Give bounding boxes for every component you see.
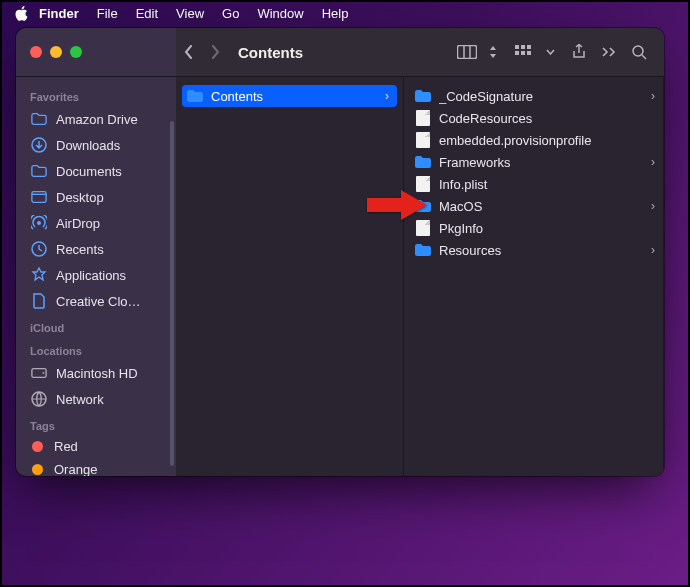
menu-help[interactable]: Help [313, 6, 358, 21]
list-item[interactable]: Info.plist [404, 173, 663, 195]
sidebar-item-creative-cloud[interactable]: Creative Clo… [16, 288, 176, 314]
sidebar-header-locations: Locations [16, 337, 176, 360]
column-2: _CodeSignature› CodeResources embedded.p… [404, 77, 664, 476]
chevron-right-icon: › [651, 155, 655, 169]
sidebar-item-label: Recents [56, 242, 104, 257]
file-icon [414, 219, 432, 237]
sidebar: Favorites Amazon Drive Downloads Documen… [16, 77, 176, 476]
list-item-label: Resources [439, 243, 644, 258]
svg-rect-7 [521, 51, 525, 55]
folder-icon [414, 153, 432, 171]
sidebar-item-label: Network [56, 392, 104, 407]
search-icon[interactable] [624, 38, 654, 66]
sidebar-item-label: Orange [54, 462, 97, 476]
svg-point-9 [633, 46, 643, 56]
back-button[interactable] [176, 39, 202, 65]
list-item[interactable]: MacOS› [404, 195, 663, 217]
folder-icon [30, 162, 48, 180]
sidebar-scrollbar[interactable] [170, 121, 174, 466]
sidebar-item-documents[interactable]: Documents [16, 158, 176, 184]
list-item-label: Contents [211, 89, 378, 104]
tag-dot-icon [32, 441, 43, 452]
menu-file[interactable]: File [88, 6, 127, 21]
download-icon [30, 136, 48, 154]
list-item-label: Frameworks [439, 155, 644, 170]
list-item-label: embedded.provisionprofile [439, 133, 655, 148]
chevron-down-icon[interactable] [544, 38, 556, 66]
folder-icon [30, 110, 48, 128]
menu-view[interactable]: View [167, 6, 213, 21]
list-item[interactable]: embedded.provisionprofile [404, 129, 663, 151]
sidebar-item-airdrop[interactable]: AirDrop [16, 210, 176, 236]
menu-app[interactable]: Finder [30, 6, 88, 21]
sidebar-header-tags: Tags [16, 412, 176, 435]
file-icon [414, 131, 432, 149]
list-item-label: PkgInfo [439, 221, 655, 236]
list-item-label: Info.plist [439, 177, 655, 192]
folder-icon [414, 87, 432, 105]
menu-go[interactable]: Go [213, 6, 248, 21]
svg-line-10 [642, 55, 646, 59]
tag-dot-icon [32, 464, 43, 475]
forward-button[interactable] [202, 39, 228, 65]
minimize-button[interactable] [50, 46, 62, 58]
chevron-right-icon: › [651, 199, 655, 213]
svg-point-14 [37, 221, 41, 225]
finder-window: Contents [16, 28, 664, 476]
sidebar-item-desktop[interactable]: Desktop [16, 184, 176, 210]
svg-rect-5 [527, 45, 531, 49]
view-columns-icon[interactable] [452, 38, 482, 66]
apps-icon [30, 266, 48, 284]
apple-menu-icon[interactable] [12, 6, 30, 21]
list-item[interactable]: CodeResources [404, 107, 663, 129]
list-item[interactable]: _CodeSignature› [404, 85, 663, 107]
svg-rect-8 [527, 51, 531, 55]
list-item-label: _CodeSignature [439, 89, 644, 104]
sidebar-item-label: Macintosh HD [56, 366, 138, 381]
svg-rect-12 [32, 192, 46, 203]
titlebar: Contents [16, 28, 664, 77]
sidebar-item-recents[interactable]: Recents [16, 236, 176, 262]
sidebar-item-label: Applications [56, 268, 126, 283]
sidebar-tag-orange[interactable]: Orange [16, 458, 176, 476]
menu-window[interactable]: Window [248, 6, 312, 21]
list-item-label: MacOS [439, 199, 644, 214]
chevron-right-icon: › [651, 243, 655, 257]
list-item[interactable]: Resources› [404, 239, 663, 261]
group-icon[interactable] [510, 38, 540, 66]
desktop-icon [30, 188, 48, 206]
disk-icon [30, 364, 48, 382]
globe-icon [30, 390, 48, 408]
overflow-icon[interactable] [594, 38, 624, 66]
zoom-button[interactable] [70, 46, 82, 58]
share-icon[interactable] [564, 38, 594, 66]
doc-icon [30, 292, 48, 310]
close-button[interactable] [30, 46, 42, 58]
folder-icon [186, 87, 204, 105]
folder-icon [414, 241, 432, 259]
list-item[interactable]: Contents › [182, 85, 397, 107]
airdrop-icon [30, 214, 48, 232]
svg-rect-4 [521, 45, 525, 49]
sidebar-item-macintosh-hd[interactable]: Macintosh HD [16, 360, 176, 386]
sidebar-item-network[interactable]: Network [16, 386, 176, 412]
file-icon [414, 175, 432, 193]
sidebar-item-amazon-drive[interactable]: Amazon Drive [16, 106, 176, 132]
chevron-right-icon: › [651, 89, 655, 103]
column-1: Contents › [176, 77, 404, 476]
view-sort-icon[interactable] [486, 38, 500, 66]
traffic-lights [16, 46, 176, 58]
menu-edit[interactable]: Edit [127, 6, 167, 21]
chevron-right-icon: › [385, 89, 389, 103]
sidebar-item-label: Red [54, 439, 78, 454]
menubar: Finder File Edit View Go Window Help [2, 2, 688, 24]
list-item[interactable]: Frameworks› [404, 151, 663, 173]
sidebar-item-label: AirDrop [56, 216, 100, 231]
sidebar-item-applications[interactable]: Applications [16, 262, 176, 288]
sidebar-header-favorites: Favorites [16, 83, 176, 106]
sidebar-item-downloads[interactable]: Downloads [16, 132, 176, 158]
folder-icon [414, 197, 432, 215]
list-item[interactable]: PkgInfo [404, 217, 663, 239]
list-item-label: CodeResources [439, 111, 655, 126]
sidebar-tag-red[interactable]: Red [16, 435, 176, 458]
